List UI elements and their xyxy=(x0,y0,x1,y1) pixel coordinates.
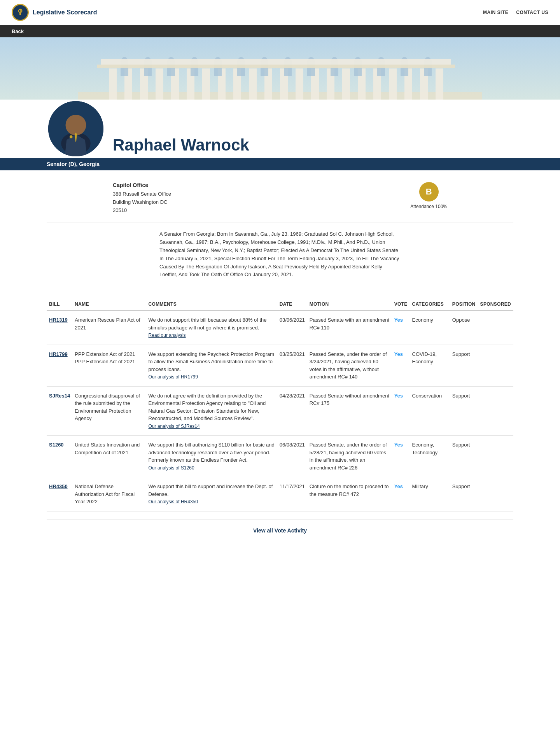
svg-point-33 xyxy=(70,135,73,138)
bio-section: A Senator From Georgia; Born In Savannah… xyxy=(47,222,513,291)
analysis-link-0[interactable]: Read our analysis xyxy=(149,333,186,338)
cell-motion-2: Passed Senate without amendment RC# 175 xyxy=(307,386,392,436)
cell-comments-3: We support this bill authorizing $110 bi… xyxy=(146,436,277,477)
cell-motion-1: Passed Senate, under the order of 3/24/2… xyxy=(307,345,392,386)
profile-section: Raphael Warnock Senator (D), Georgia Cap… xyxy=(0,100,560,222)
cell-position-1: Support xyxy=(450,345,478,386)
cell-vote-2: Yes xyxy=(392,386,410,436)
svg-point-32 xyxy=(65,115,86,135)
table-row: HR4350 National Defense Authorization Ac… xyxy=(47,477,513,511)
logo-area: Legislative Scorecard xyxy=(12,4,97,21)
cell-name-4: National Defense Authorization Act for F… xyxy=(72,477,146,511)
cell-sponsored-4 xyxy=(478,477,513,511)
svg-rect-1 xyxy=(19,13,21,15)
table-row: S1260 United States Innovation and Compe… xyxy=(47,436,513,477)
table-row: SJRes14 Congressional disapproval of the… xyxy=(47,386,513,436)
grade-badge: B xyxy=(419,182,439,201)
view-all-section: View all Vote Activity xyxy=(47,519,513,541)
cell-categories-2: Conservation xyxy=(410,386,450,436)
cell-categories-1: COVID-19, Economy xyxy=(410,345,450,386)
analysis-link-3[interactable]: Our analysis of S1260 xyxy=(149,465,194,471)
col-position: POSITION xyxy=(450,298,478,310)
cell-comments-2: We do not agree with the definition prov… xyxy=(146,386,277,436)
cell-position-4: Support xyxy=(450,477,478,511)
vote-value-4: Yes xyxy=(394,483,403,489)
contact-us-link[interactable]: CONTACT US xyxy=(516,10,548,15)
table-header-row: BILL NAME COMMENTS DATE MOTION VOTE CATE… xyxy=(47,298,513,310)
cell-sponsored-3 xyxy=(478,436,513,477)
cell-position-3: Support xyxy=(450,436,478,477)
senator-title-bar: Senator (D), Georgia xyxy=(0,158,560,170)
bill-link-1[interactable]: HR1799 xyxy=(49,351,68,357)
table-row: HR1799 PPP Extension Act of 2021 PPP Ext… xyxy=(47,345,513,386)
attendance-block: B Attendance 100% xyxy=(410,182,447,209)
col-date: DATE xyxy=(277,298,307,310)
bill-link-2[interactable]: SJRes14 xyxy=(49,393,70,399)
address-line3: 20510 xyxy=(113,207,127,213)
vote-value-0: Yes xyxy=(394,317,403,323)
svg-rect-3 xyxy=(20,10,21,12)
bill-link-4[interactable]: HR4350 xyxy=(49,483,68,489)
cell-bill-2: SJRes14 xyxy=(47,386,72,436)
cell-bill-1: HR1799 xyxy=(47,345,72,386)
col-vote: VOTE xyxy=(392,298,410,310)
address-line2: Building Washington DC xyxy=(113,199,167,205)
col-categories: CATEGORIES xyxy=(410,298,450,310)
cell-comments-0: We do not support this bill because abou… xyxy=(146,310,277,345)
bill-link-0[interactable]: HR1319 xyxy=(49,317,68,323)
svg-rect-29 xyxy=(97,65,455,68)
back-button[interactable]: Back xyxy=(12,28,24,34)
cell-position-2: Support xyxy=(450,386,478,436)
info-section: Capitol Office 388 Russell Senate Office… xyxy=(0,170,560,222)
cell-categories-3: Economy, Technology xyxy=(410,436,450,477)
nav-links: MAIN SITE CONTACT US xyxy=(483,10,548,15)
cell-motion-0: Passed Senate with an amendment RC# 110 xyxy=(307,310,392,345)
cell-name-0: American Rescue Plan Act of 2021 xyxy=(72,310,146,345)
vote-value-3: Yes xyxy=(394,442,403,448)
cell-vote-1: Yes xyxy=(392,345,410,386)
profile-header: Raphael Warnock xyxy=(0,100,560,158)
vote-value-1: Yes xyxy=(394,351,403,357)
votes-table: BILL NAME COMMENTS DATE MOTION VOTE CATE… xyxy=(47,298,513,511)
header: Legislative Scorecard MAIN SITE CONTACT … xyxy=(0,0,560,25)
view-all-link[interactable]: View all Vote Activity xyxy=(253,527,307,534)
col-motion: MOTION xyxy=(307,298,392,310)
cell-categories-4: Military xyxy=(410,477,450,511)
table-row: HR1319 American Rescue Plan Act of 2021 … xyxy=(47,310,513,345)
senator-name: Raphael Warnock xyxy=(113,136,506,154)
cell-vote-3: Yes xyxy=(392,436,410,477)
col-bill: BILL xyxy=(47,298,72,310)
cell-date-4: 11/17/2021 xyxy=(277,477,307,511)
address-line1: 388 Russell Senate Office xyxy=(113,191,171,197)
cell-date-2: 04/28/2021 xyxy=(277,386,307,436)
cell-motion-4: Cloture on the motion to proceed to the … xyxy=(307,477,392,511)
bill-link-3[interactable]: S1260 xyxy=(49,442,64,448)
main-site-link[interactable]: MAIN SITE xyxy=(483,10,508,15)
col-comments: COMMENTS xyxy=(146,298,277,310)
office-title: Capitol Office xyxy=(113,182,395,188)
cell-motion-3: Passed Senate, under the order of 5/28/2… xyxy=(307,436,392,477)
logo-icon xyxy=(12,4,29,21)
office-info: Capitol Office 388 Russell Senate Office… xyxy=(113,182,395,214)
back-bar: Back xyxy=(0,25,560,37)
cell-comments-4: We support this bill to support and incr… xyxy=(146,477,277,511)
cell-bill-4: HR4350 xyxy=(47,477,72,511)
cell-name-2: Congressional disapproval of the rule su… xyxy=(72,386,146,436)
cell-sponsored-2 xyxy=(478,386,513,436)
analysis-link-1[interactable]: Our analysis of HR1799 xyxy=(149,374,198,380)
cell-sponsored-0 xyxy=(478,310,513,345)
cell-sponsored-1 xyxy=(478,345,513,386)
cell-date-3: 06/08/2021 xyxy=(277,436,307,477)
analysis-link-2[interactable]: Our analysis of SJRes14 xyxy=(149,424,200,429)
cell-vote-0: Yes xyxy=(392,310,410,345)
vote-value-2: Yes xyxy=(394,393,403,399)
cell-date-1: 03/25/2021 xyxy=(277,345,307,386)
cell-bill-3: S1260 xyxy=(47,436,72,477)
analysis-link-4[interactable]: Our analysis of HR4350 xyxy=(149,499,198,504)
bio-text: A Senator From Georgia; Born In Savannah… xyxy=(159,230,401,279)
senator-name-block: Raphael Warnock xyxy=(105,132,513,158)
logo-text: Legislative Scorecard xyxy=(33,9,97,16)
senator-title: Senator (D), Georgia xyxy=(47,161,100,167)
votes-section: BILL NAME COMMENTS DATE MOTION VOTE CATE… xyxy=(0,291,560,519)
cell-comments-1: We support extending the Paycheck Protec… xyxy=(146,345,277,386)
